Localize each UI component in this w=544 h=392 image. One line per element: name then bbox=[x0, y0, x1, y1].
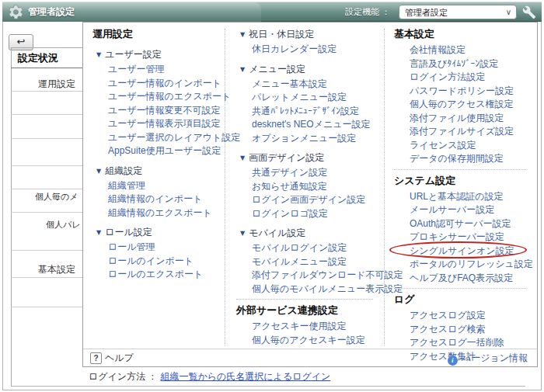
menu-link[interactable]: ユーザー情報のインポート bbox=[108, 78, 221, 88]
menu-link[interactable]: 会社情報設定 bbox=[410, 44, 466, 55]
menu-link-row: 組織管理 bbox=[92, 179, 223, 193]
help-icon[interactable]: ? bbox=[90, 352, 102, 364]
menu-link[interactable]: モバイルログイン設定 bbox=[252, 242, 347, 253]
menu-link[interactable]: 添付ファイルサイズ設定 bbox=[410, 126, 514, 137]
menu-link[interactable]: 休日カレンダー設定 bbox=[252, 43, 337, 54]
menu-section-header[interactable]: ▼画面デザイン設定 bbox=[236, 151, 381, 165]
menu-link[interactable]: メニュー基本設定 bbox=[252, 78, 327, 89]
menu-section-title: 画面デザイン設定 bbox=[249, 152, 324, 163]
menu-column-middle: ▼祝日・休日設定休日カレンダー設定▼メニュー設定メニュー基本設定パレットメニュー… bbox=[236, 27, 381, 346]
menu-link[interactable]: 組織情報のエクスポート bbox=[108, 207, 212, 218]
menu-link-row: URLと基本認証の設定 bbox=[394, 189, 534, 203]
menu-section-header[interactable]: ▼メニュー設定 bbox=[236, 63, 381, 76]
menu-link[interactable]: モバイルメニュー設定 bbox=[252, 256, 347, 267]
menu-link-row: 組織情報のエクスポート bbox=[92, 206, 223, 220]
menu-group-title: 運用設定 bbox=[92, 27, 223, 41]
menu-link[interactable]: アクセスログ一括削除 bbox=[410, 337, 504, 348]
menu-link[interactable]: desknet's NEOメニュー設定 bbox=[252, 119, 371, 130]
sidebar-row-divider bbox=[11, 114, 82, 115]
menu-link[interactable]: アクセスキー使用設定 bbox=[252, 321, 346, 331]
menu-link[interactable]: 共通デザイン設定 bbox=[252, 167, 327, 178]
menu-link[interactable]: ポータルのリフレッシュ設定 bbox=[410, 258, 533, 269]
menu-link[interactable]: オプションメニュー設定 bbox=[252, 133, 356, 144]
menu-link[interactable]: AppSuite使用ユーザー設定 bbox=[108, 145, 221, 156]
version-info-label: バージョン情報 bbox=[462, 352, 528, 363]
menu-link-row: データの保存期間設定 bbox=[394, 151, 534, 165]
menu-link[interactable]: URLと基本認証の設定 bbox=[410, 191, 504, 202]
menu-link[interactable]: パスワードポリシー設定 bbox=[410, 85, 514, 96]
sidebar-row-divider bbox=[11, 165, 82, 166]
menu-link[interactable]: データの保存期間設定 bbox=[410, 153, 504, 164]
menu-link[interactable]: 共通ﾊﾟﾚｯﾄﾒﾆｭｰﾃﾞｻﾞｲﾝ設定 bbox=[252, 106, 359, 116]
menu-section-header[interactable]: ▼ユーザー設定 bbox=[92, 48, 223, 61]
menu-link[interactable]: ロールのエクスポート bbox=[108, 269, 203, 279]
menu-section-header[interactable]: ▼組織設定 bbox=[92, 165, 223, 178]
menu-link[interactable]: アクセスログ検索 bbox=[410, 324, 486, 335]
menu-link[interactable]: ヘルプ及びFAQ表示設定 bbox=[410, 272, 513, 283]
chevron-down-icon: ∨ bbox=[506, 5, 511, 19]
sidebar-row-divider bbox=[11, 277, 82, 278]
menu-section-header[interactable]: ▼ロール設定 bbox=[92, 226, 223, 239]
menu-link[interactable]: 言語及びﾀｲﾑｿﾞｰﾝ設定 bbox=[410, 58, 498, 69]
menu-link[interactable]: ライセンス設定 bbox=[410, 140, 476, 151]
menu-link[interactable]: メールサーバー設定 bbox=[410, 204, 494, 215]
menu-section-title: モバイル設定 bbox=[249, 227, 305, 238]
menu-column-operation: 運用設定▼ユーザー設定ユーザー管理ユーザー情報のインポートユーザー情報のエクスポ… bbox=[92, 27, 223, 281]
menu-link-row: 個人毎のアクセス権設定 bbox=[394, 97, 534, 111]
menu-link[interactable]: ログイン方法設定 bbox=[410, 71, 485, 82]
menu-link-row: モバイルメニュー設定 bbox=[236, 255, 381, 269]
menu-link[interactable]: ユーザー情報のエクスポート bbox=[108, 91, 231, 102]
menu-link-row: 個人毎のモバイルメニュー表示設定 bbox=[236, 282, 381, 296]
menu-link[interactable]: パレットメニュー設定 bbox=[252, 92, 347, 102]
menu-link-row: 言語及びﾀｲﾑｿﾞｰﾝ設定 bbox=[394, 57, 534, 71]
menu-section-header[interactable]: ▼祝日・休日設定 bbox=[236, 28, 381, 41]
menu-column-basic-system: 基本設定会社情報設定言語及びﾀｲﾑｿﾞｰﾝ設定ログイン方法設定パスワードポリシー… bbox=[394, 27, 534, 363]
menu-section-title: 祝日・休日設定 bbox=[249, 29, 314, 40]
help-link[interactable]: ヘルプ bbox=[105, 352, 134, 365]
login-method-link[interactable]: 組織一覧からの氏名選択によるログイン bbox=[160, 371, 330, 382]
menu-link[interactable]: ロールのインポート bbox=[108, 255, 194, 266]
menu-link-row: ログインロゴ設定 bbox=[236, 206, 381, 220]
menu-link[interactable]: ロール管理 bbox=[108, 241, 155, 252]
menu-link[interactable]: プロキシサーバー設定 bbox=[410, 231, 504, 242]
menu-link-row: シングルサインオン設定 bbox=[394, 244, 534, 258]
menu-link[interactable]: ユーザー情報表示項目設定 bbox=[108, 118, 221, 129]
menu-link[interactable]: 組織管理 bbox=[108, 180, 145, 191]
menu-group-title: システム設定 bbox=[394, 174, 534, 188]
menu-link-row: ロール管理 bbox=[92, 240, 223, 254]
menu-link-highlighted[interactable]: シングルサインオン設定 bbox=[410, 245, 514, 258]
menu-link[interactable]: 個人毎のモバイルメニュー表示設定 bbox=[252, 283, 403, 294]
settings-function-value: 管理者設定 bbox=[405, 8, 448, 17]
sidebar-row-label: 運用設定 bbox=[38, 78, 75, 91]
menu-link-row: ログイン画面デザイン設定 bbox=[236, 193, 381, 206]
menu-link[interactable]: 添付ファイルダウンロード不可設定 bbox=[252, 269, 403, 280]
menu-link-row: アクセスログ設定 bbox=[394, 308, 534, 322]
triangle-down-icon: ▼ bbox=[240, 66, 245, 73]
menu-link-row: ライセンス設定 bbox=[394, 138, 534, 152]
menu-link[interactable]: 組織情報のインポート bbox=[108, 193, 202, 204]
menu-link[interactable]: お知らせ通知設定 bbox=[252, 181, 327, 192]
menu-link[interactable]: 個人毎のアクセス権設定 bbox=[410, 99, 513, 109]
menu-group-title: 基本設定 bbox=[394, 27, 534, 41]
menu-link[interactable]: ユーザー情報変更不可設定 bbox=[108, 105, 221, 116]
menu-link-row: ログイン方法設定 bbox=[394, 70, 534, 84]
settings-function-select[interactable]: 管理者設定 ∨ bbox=[399, 5, 517, 19]
menu-link-row: ヘルプ及びFAQ表示設定 bbox=[394, 271, 534, 285]
menu-section-header[interactable]: ▼モバイル設定 bbox=[236, 227, 381, 240]
menu-link[interactable]: 添付ファイル使用設定 bbox=[410, 113, 504, 123]
menu-link-row: ユーザー管理 bbox=[92, 62, 223, 76]
menu-link-row: 共通ﾊﾟﾚｯﾄﾒﾆｭｰﾃﾞｻﾞｲﾝ設定 bbox=[236, 104, 381, 118]
menu-link[interactable]: ユーザー管理 bbox=[108, 64, 165, 75]
menu-link[interactable]: ログイン画面デザイン設定 bbox=[252, 194, 365, 205]
triangle-down-icon: ▼ bbox=[240, 230, 245, 237]
menu-link[interactable]: OAuth認可サーバー設定 bbox=[410, 218, 511, 229]
menu-group-title: 外部サービス連携設定 bbox=[236, 304, 381, 317]
version-info-link[interactable]: iバージョン情報 bbox=[448, 352, 528, 366]
menu-link[interactable]: ユーザー選択のレイアウト設定 bbox=[108, 132, 240, 143]
menu-link[interactable]: ログインロゴ設定 bbox=[252, 208, 328, 219]
menu-link[interactable]: アクセスログ設定 bbox=[410, 310, 486, 321]
wrench-icon[interactable] bbox=[522, 5, 536, 19]
menu-link-row: OAuth認可サーバー設定 bbox=[394, 217, 534, 231]
menu-link-row: アクセスログ一括削除 bbox=[394, 335, 534, 349]
menu-link[interactable]: 個人毎のアクセスキー設定 bbox=[252, 335, 365, 345]
